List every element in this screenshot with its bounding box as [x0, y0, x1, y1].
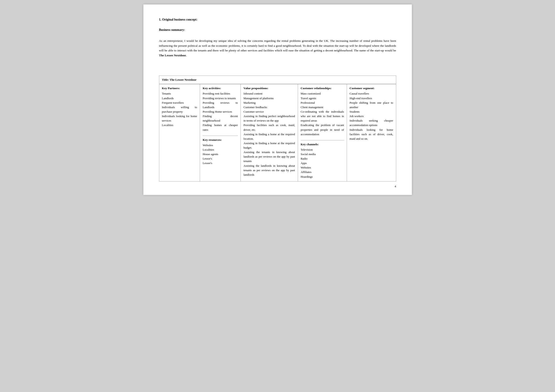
cs-item-7: Individuals looking for home facilities … [350, 128, 393, 141]
customer-relationships-header: Customer relationships: [301, 86, 344, 90]
vp-item-1: Inbound content [243, 91, 295, 96]
cs-item-2: High-end travellers [350, 96, 393, 100]
key-partners-cell: Key Partners: Tenants Landlords Frequent… [159, 84, 200, 181]
table-grid: Key Partners: Tenants Landlords Frequent… [159, 84, 396, 181]
cs-item-4: Students [350, 109, 393, 114]
intro-paragraph: As an entrepreneur, I would be developin… [159, 38, 396, 58]
vp-item-10: Assisting the tenants in knowing about l… [243, 150, 295, 163]
kc-item-3: Radio [301, 157, 344, 161]
vp-item-6: Assisting in finding perfect neighbourho… [243, 114, 295, 123]
key-partners-item-5: Individuals looking for home services [162, 114, 197, 123]
kc-item-2: Social media [301, 152, 344, 157]
key-activities-item-5: Finding decent neighbourhood [203, 114, 238, 123]
key-activities-item-4: Providing Home services [203, 109, 238, 114]
business-model-table: Title: The Lessee Nextdoor Key Partners:… [159, 76, 396, 181]
vp-item-8: Assisting in finding a home at the requi… [243, 132, 295, 141]
vp-item-3: Marketing [243, 100, 295, 105]
key-channels-section: Key channels: Television Social media Ra… [301, 140, 344, 179]
key-partners-item-2: Landlords [162, 96, 197, 100]
kc-item-1: Television [301, 148, 344, 152]
key-activities-cell: Key activities: Providing rent facilitie… [200, 84, 241, 181]
vp-item-2: Management of platforms [243, 96, 295, 100]
vp-item-4: Customer feedbacks [243, 105, 295, 109]
cs-item-5: Job workers [350, 114, 393, 118]
kc-item-5: Websites [301, 165, 344, 170]
customer-relationships-cell: Customer relationships: Mass customized … [298, 84, 347, 181]
key-activities-item-2: Providing reviews to tenants [203, 96, 238, 100]
vp-item-11: Assisting the landlords in knowing about… [243, 164, 295, 177]
cr-item-1: Mass customized [301, 91, 344, 96]
vp-item-5: Customer service [243, 109, 295, 114]
key-partners-item-3: Frequent travellers [162, 100, 197, 105]
business-summary-heading: Business summary: [159, 28, 396, 32]
key-activities-item-1: Providing rent facilities [203, 91, 238, 96]
kc-item-6: Affiliates [301, 170, 344, 174]
key-channels-header: Key channels: [301, 143, 344, 146]
page: 1. Original business concept: Business s… [143, 5, 412, 195]
key-resources-item-4: Lessor's [203, 157, 238, 161]
cs-item-6: Individuals seeking cheaper accommodatio… [350, 118, 393, 127]
value-propositions-header: Value propositions: [243, 86, 295, 90]
section-heading: 1. Original business concept: [159, 18, 396, 21]
key-resources-section: Key resources: Websites Localities House… [203, 136, 238, 166]
cr-item-5: Co-ordinating with the individuals who a… [301, 109, 344, 123]
key-resources-item-2: Localities [203, 148, 238, 152]
customer-segment-cell: Customer segment: Causal travellers High… [347, 84, 396, 181]
key-resources-item-3: House agents [203, 152, 238, 157]
key-activities-item-6: Finding homes at cheaper rates [203, 123, 238, 132]
cs-item-1: Causal travellers [350, 91, 393, 96]
cr-item-3: Professional [301, 100, 344, 105]
cr-item-6: Eradicating the problem of vacant proper… [301, 123, 344, 136]
key-partners-header: Key Partners: [162, 86, 197, 90]
key-partners-item-4: Individuals willing to purchase property [162, 105, 197, 114]
table-title: Title: The Lessee Nextdoor [159, 76, 396, 84]
brand-name: The Lessee Nextdoor. [159, 54, 187, 57]
cs-item-3: People shifting from one place to anothe… [350, 100, 393, 109]
key-partners-item-6: Localities [162, 123, 197, 127]
cr-item-4: Client management [301, 105, 344, 109]
key-activities-item-3: Providing reviews to Landlords [203, 100, 238, 109]
value-propositions-cell: Value propositions: Inbound content Mana… [241, 84, 298, 181]
key-resources-item-5: Lessee's [203, 161, 238, 165]
key-resources-header: Key resources: [203, 138, 238, 142]
vp-item-9: Assisting in finding a home at the requi… [243, 141, 295, 150]
vp-item-7: Providing facilities such as cook, maid,… [243, 123, 295, 132]
kc-item-4: Apps [301, 161, 344, 165]
page-number: 4 [394, 185, 396, 188]
key-activities-header: Key activities: [203, 86, 238, 90]
key-resources-item-1: Websites [203, 143, 238, 148]
customer-segment-header: Customer segment: [350, 86, 393, 90]
cr-item-2: Travel agents [301, 96, 344, 100]
key-partners-item-1: Tenants [162, 91, 197, 96]
intro-text-body: As an entrepreneur, I would be developin… [159, 39, 396, 52]
kc-item-7: Hoardings [301, 175, 344, 179]
